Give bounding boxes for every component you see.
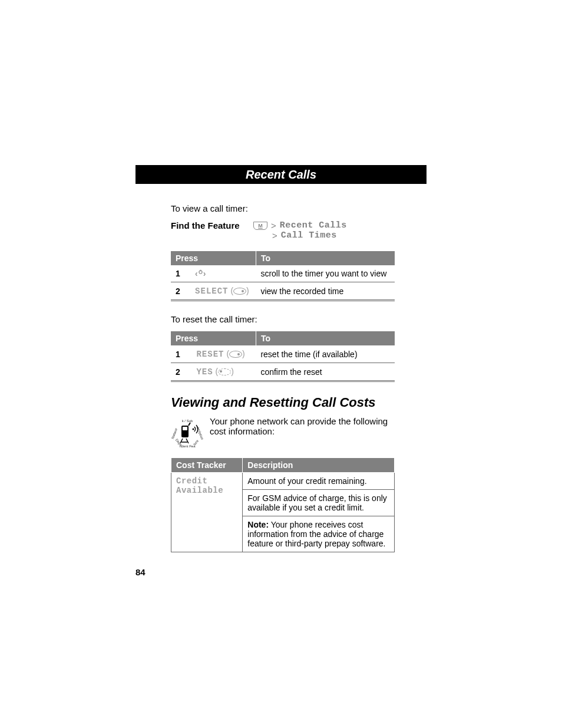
note-label: Note: [247,520,269,529]
col-to: To [256,251,395,265]
desc-cell-2: For GSM advice of charge, this is only a… [243,490,395,516]
table-row: Credit Available Amount of your credit r… [171,473,395,490]
col-press: Press [171,331,256,345]
step-desc: confirm the reset [256,363,395,381]
network-text: Your phone network can provide the follo… [210,416,395,436]
table-row: 1 RESET () reset the time (if available) [171,345,395,363]
intro-reset-timer: To reset the call timer: [171,314,395,324]
menu-call-times: Call Times [281,230,337,241]
col-press: Press [171,251,256,265]
step-desc: reset the time (if available) [256,345,395,363]
note-text: Your phone receives cost information fro… [247,520,385,548]
svg-point-9 [193,429,194,430]
svg-text:k / Sub: k / Sub [182,419,193,423]
tracker-line2: Available [176,486,223,495]
feature-path-line-2: > Call Times [253,230,347,241]
gt-icon: > [271,220,276,230]
softkey-select: SELECT [195,286,228,296]
table-header-row: Press To [171,251,395,265]
view-timer-table: Press To 1 ‹ᴼ̇› scroll to the timer you … [171,251,395,301]
softkey-reset: RESET [196,350,224,359]
col-description: Description [243,458,395,473]
header-title: Recent Calls [246,168,316,182]
reset-timer-table: Press To 1 RESET () reset the time (if a… [171,331,395,382]
desc-gsm-advice: For GSM advice of charge, this is only a… [247,493,389,512]
step-number: 1 [176,269,185,278]
find-feature-label: Find the Feature [171,220,253,230]
header-bar: Recent Calls [135,165,427,184]
network-feature-row: k / Sub Networ scription ndent Fea Depe … [171,416,395,449]
feature-path: M > Recent Calls > Call Times [253,220,347,241]
step-number: 2 [176,367,185,377]
page: Recent Calls To view a call timer: Find … [0,0,562,728]
left-softkey-icon [218,368,231,375]
svg-text:ture: ture [193,439,200,446]
cost-tracker-name: Credit Available [171,473,243,552]
svg-rect-7 [183,427,187,430]
content-area: To view a call timer: Find the Feature M… [171,203,395,552]
intro-view-timer: To view a call timer: [171,203,395,213]
desc-credit-remaining: Amount of your credit remaining. [247,476,389,486]
section-heading: Viewing and Resetting Call Costs [171,395,395,410]
svg-line-8 [189,423,190,426]
desc-cell-3: Note: Your phone receives cost informati… [243,516,395,552]
col-cost-tracker: Cost Tracker [171,458,243,473]
table-header-row: Press To [171,331,395,345]
find-feature-row: Find the Feature M > Recent Calls > Call… [171,220,395,241]
col-to: To [256,331,395,345]
tracker-line1: Credit [176,476,207,486]
desc-cell-1: Amount of your credit remaining. [243,473,395,490]
table-row: 1 ‹ᴼ̇› scroll to the timer you want to v… [171,265,395,282]
menu-recent-calls: Recent Calls [280,220,347,230]
right-softkey-icon [233,288,246,295]
step-number: 1 [176,350,185,359]
step-desc: scroll to the timer you want to view [256,265,395,282]
desc-note: Note: Your phone receives cost informati… [247,520,389,548]
svg-text:Networ: Networ [171,427,178,439]
step-number: 2 [176,286,185,296]
table-row: 2 SELECT () view the recorded time [171,282,395,301]
gt-icon: > [272,230,277,241]
feature-path-line-1: M > Recent Calls [253,220,347,230]
menu-key-icon: M [253,222,267,230]
network-dependent-icon: k / Sub Networ scription ndent Fea Depe … [171,416,204,449]
right-softkey-icon [229,351,242,358]
step-desc: view the recorded time [256,282,395,301]
softkey-yes: YES [196,367,213,377]
nav-key-icon: ‹ᴼ̇› [195,269,206,278]
page-number: 84 [135,567,146,577]
table-row: 2 YES () confirm the reset [171,363,395,381]
cost-tracker-table: Cost Tracker Description Credit Availabl… [171,457,395,552]
table-header-row: Cost Tracker Description [171,458,395,473]
